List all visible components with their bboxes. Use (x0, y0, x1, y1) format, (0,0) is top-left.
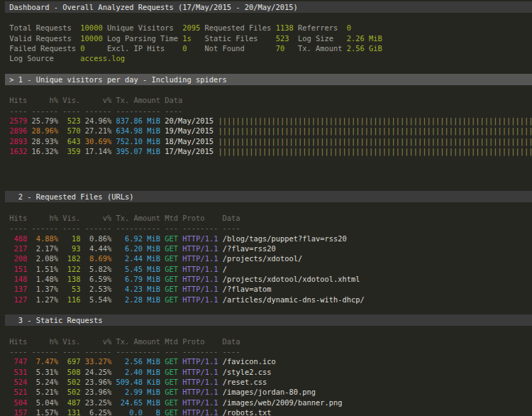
cell-pct: 1.27% (32, 295, 59, 304)
panel-2-header[interactable]: 2 - Requested Files (URLs) (5, 191, 532, 202)
summary-label: Referrers (294, 23, 347, 32)
summary-value: 2095 (182, 23, 200, 32)
cell-pct: 6.25% (85, 408, 112, 416)
spacer (5, 156, 532, 191)
cell-pct: 7.47% (32, 357, 59, 366)
cell-hits: 208 (9, 254, 27, 263)
summary-label: Not Found (187, 44, 276, 53)
table-row[interactable]: 2579 25.79% 523 24.96% 837.86 MiB 20/May… (5, 116, 532, 126)
cell-hits: 2896 (9, 126, 27, 135)
table-row[interactable]: 208 2.08% 182 8.69% 2.44 MiB GET HTTP/1.… (5, 253, 532, 263)
hits-bar: ||||||||||||||||||||||||||||||||||||||||… (218, 126, 532, 135)
cell-pct: 2.17% (32, 244, 59, 253)
cell-vis: 131 (62, 408, 80, 416)
summary-overview: Total Requests 10000 Unique Visitors 209… (5, 23, 532, 63)
cell-hits: 747 (9, 357, 27, 366)
summary-value: 0 (347, 23, 351, 32)
app-title-bar: Dashboard - Overall Analyzed Requests (1… (5, 1, 532, 13)
cell-mtd: GET (165, 398, 178, 407)
cell-vis: 570 (62, 126, 80, 135)
summary-row: Valid Requests 10000 Log Parsing Time 1s… (5, 33, 532, 43)
table-row[interactable]: 521 5.21% 502 23.96% 2.99 MiB GET HTTP/1… (5, 387, 532, 397)
table-row[interactable]: 531 5.31% 508 24.25% 2.40 MiB GET HTTP/1… (5, 367, 532, 377)
cell-proto: HTTP/1.1 (182, 285, 218, 293)
cell-data: 17/May/2015 (165, 147, 214, 155)
spacer (5, 13, 532, 23)
cell-pct: 23.96% (85, 388, 112, 396)
table-row[interactable]: 2893 28.93% 643 30.69% 752.10 MiB 18/May… (5, 136, 532, 146)
table-row[interactable]: 2896 28.96% 570 27.21% 634.98 MiB 19/May… (5, 126, 532, 136)
summary-label: Unique Visitors (103, 23, 183, 32)
cell-hits: 127 (9, 295, 27, 304)
summary-label: Valid Requests (5, 34, 80, 43)
cell-tx: 2.28 MiB (116, 295, 160, 304)
cell-pct: 5.21% (32, 388, 59, 396)
panel-1-table: Hits h% Vis. v% Tx. Amount Data ---- ---… (5, 95, 532, 156)
cell-mtd: GET (165, 285, 178, 293)
cell-pct: 4.44% (85, 244, 112, 253)
summary-label: Static Files (192, 34, 276, 43)
table-row[interactable]: 1632 16.32% 359 17.14% 395.07 MiB 17/May… (5, 146, 532, 156)
cell-pct: 2.08% (32, 254, 59, 263)
cell-proto: HTTP/1.1 (182, 244, 218, 253)
cell-data: 18/May/2015 (165, 137, 214, 146)
panel-requested-files: 2 - Requested Files (URLs) Hits h% Vis. … (5, 191, 532, 304)
summary-label: Requested Files (200, 23, 275, 32)
cell-pct: 5.04% (32, 398, 59, 407)
summary-value: 10000 (80, 34, 102, 43)
table-row[interactable]: 127 1.27% 116 5.54% 2.28 MiB GET HTTP/1.… (5, 295, 532, 305)
cell-hits: 488 (9, 234, 27, 243)
column-underlines: ---- ------ ---- ------ ---------- ---- (5, 106, 532, 116)
cell-hits: 157 (9, 408, 27, 416)
cell-data: 20/May/2015 (165, 116, 214, 125)
panel-3-table: Hits h% Vis. v% Tx. Amount Mtd Proto Dat… (5, 336, 532, 416)
table-row[interactable]: 488 4.88% 18 0.86% 6.92 MiB GET HTTP/1.1… (5, 234, 532, 243)
cell-hits: 504 (9, 398, 27, 407)
cell-proto: HTTP/1.1 (182, 408, 218, 416)
cell-data: /favicon.ico (223, 357, 276, 366)
cell-tx: 2.56 MiB (116, 357, 160, 366)
cell-data: / (223, 265, 227, 273)
cell-mtd: GET (165, 295, 178, 304)
summary-value: 10000 (80, 23, 102, 32)
summary-value: 2.56 GiB (347, 44, 382, 53)
spacer (5, 305, 532, 314)
cell-vis: 182 (62, 254, 80, 263)
cell-vis: 523 (62, 116, 80, 125)
cell-hits: 137 (9, 285, 27, 293)
cell-pct: 23.25% (85, 398, 112, 407)
table-row[interactable]: 504 5.04% 487 23.25% 24.65 MiB GET HTTP/… (5, 398, 532, 407)
hits-bar: ||||||||||||||||||||||||||||||||||||||||… (218, 116, 532, 125)
cell-proto: HTTP/1.1 (182, 254, 218, 263)
cell-tx: 2.40 MiB (116, 368, 160, 376)
cell-vis: 18 (62, 234, 80, 243)
cell-pct: 5.24% (32, 378, 59, 386)
cell-pct: 17.14% (85, 147, 112, 155)
cell-vis: 122 (62, 265, 80, 273)
table-row[interactable]: 151 1.51% 122 5.82% 5.45 MiB GET HTTP/1.… (5, 264, 532, 274)
cell-proto: HTTP/1.1 (182, 357, 218, 366)
cell-pct: 5.54% (85, 295, 112, 304)
table-row[interactable]: 137 1.37% 53 2.53% 4.23 MiB GET HTTP/1.1… (5, 284, 532, 294)
cell-tx: 6.20 MiB (116, 244, 160, 253)
cell-vis: 359 (62, 147, 80, 155)
summary-label: Excl. IP Hits (85, 44, 183, 53)
cell-vis: 93 (62, 244, 80, 253)
cell-mtd: GET (165, 244, 178, 253)
table-row[interactable]: 747 7.47% 697 33.27% 2.56 MiB GET HTTP/1… (5, 356, 532, 366)
panel-1-header[interactable]: > 1 - Unique visitors per day - Includin… (5, 74, 532, 85)
table-row[interactable]: 524 5.24% 502 23.96% 509.48 KiB GET HTTP… (5, 377, 532, 387)
summary-label: Tx. Amount (284, 44, 347, 53)
summary-label: Log Source (5, 54, 80, 62)
cell-proto: HTTP/1.1 (182, 368, 218, 376)
panel-3-header[interactable]: 3 - Static Requests (5, 314, 532, 326)
cell-pct: 33.27% (85, 357, 112, 366)
table-row[interactable]: 157 1.57% 131 6.25% 0.0 B GET HTTP/1.1 /… (5, 407, 532, 416)
cell-tx: 0.0 B (116, 408, 160, 416)
cell-hits: 148 (9, 275, 27, 283)
table-row[interactable]: 148 1.48% 138 6.59% 6.79 MiB GET HTTP/1.… (5, 274, 532, 284)
cell-tx: 4.23 MiB (116, 285, 160, 293)
summary-value: access.log (80, 54, 125, 62)
hits-bar: ||||||||||||||||||||||||||||||||||||||||… (218, 137, 532, 146)
table-row[interactable]: 217 2.17% 93 4.44% 6.20 MiB GET HTTP/1.1… (5, 243, 532, 253)
